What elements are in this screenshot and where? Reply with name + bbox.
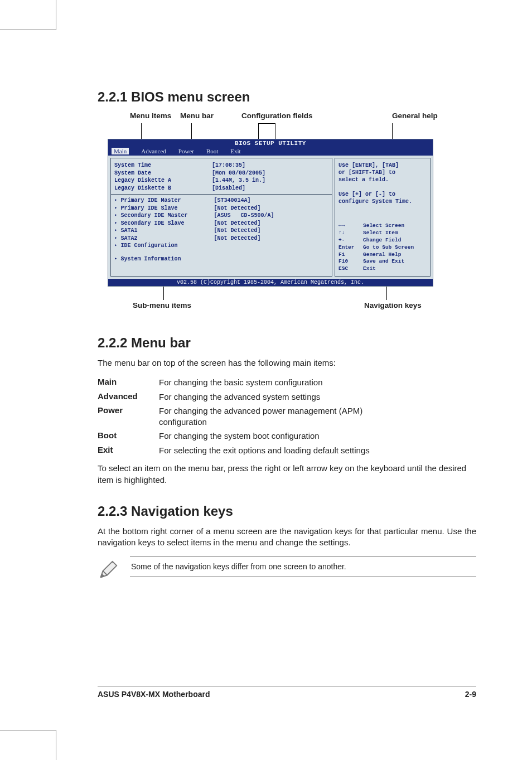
submenu-value: [Not Detected] <box>214 205 260 212</box>
callout-menu-items: Menu items <box>130 112 180 120</box>
bios-menubar: Main Advanced Power Boot Exit <box>108 147 433 156</box>
field-value[interactable]: [1.44M, 3.5 in.] <box>212 177 265 185</box>
callout-submenu-items: Sub-menu items <box>133 301 244 309</box>
bios-screen: BIOS SETUP UTILITY Main Advanced Power B… <box>108 139 433 287</box>
submenu-value: [Not Detected] <box>214 220 260 227</box>
note-box: Some of the navigation keys differ from … <box>98 556 476 583</box>
submenu-value: [Not Detected] <box>214 227 260 235</box>
leader-lines-bottom <box>108 287 476 300</box>
submenu-label[interactable]: System Information <box>120 255 214 263</box>
callout-config-fields: Configuration fields <box>241 112 353 120</box>
bios-nav-keys: ←→Select Screen ↑↓Select Item +-Change F… <box>338 222 427 273</box>
crop-mark <box>56 0 56 30</box>
submenu-value: [Not Detected] <box>214 235 260 243</box>
bios-tab-main[interactable]: Main <box>112 148 129 154</box>
bios-title: BIOS SETUP UTILITY <box>108 139 433 147</box>
field-value[interactable]: [Mon 08/08/2005] <box>212 170 265 177</box>
nav-action: Change Field <box>363 237 401 244</box>
menubar-outro: To select an item on the menu bar, press… <box>98 463 476 486</box>
bios-tab-exit[interactable]: Exit <box>230 148 240 154</box>
submenu-label[interactable]: Secondary IDE Slave <box>120 220 214 227</box>
menu-desc: For changing the advanced power manageme… <box>159 404 393 429</box>
menubar-intro: The menu bar on top of the screen has th… <box>98 357 476 369</box>
submenu-label[interactable]: Secondary IDE Master <box>120 212 214 220</box>
crop-mark <box>56 730 56 760</box>
menu-name: Power <box>98 404 159 429</box>
callout-menu-bar: Menu bar <box>180 112 236 120</box>
nav-action: Select Item <box>363 230 398 237</box>
submenu-value: [ASUS CD-S500/A] <box>214 212 274 220</box>
nav-key: ESC <box>338 265 363 273</box>
submenu-label[interactable]: Primary IDE Slave <box>120 205 214 212</box>
heading-223: 2.2.3 Navigation keys <box>98 504 476 519</box>
field-label: System Date <box>114 170 212 177</box>
submenu-value: [ST340014A] <box>214 197 250 205</box>
note-pencil-icon <box>98 556 121 583</box>
field-label: System Time <box>114 162 212 170</box>
bios-main-panel: System Time[17:08:35] System Date[Mon 08… <box>110 158 332 277</box>
heading-221: 2.2.1 BIOS menu screen <box>98 89 476 105</box>
menu-desc: For selecting the exit options and loadi… <box>159 443 393 458</box>
footer-left: ASUS P4V8X-MX Motherboard <box>98 690 210 699</box>
leader-lines-top <box>108 123 476 139</box>
nav-action: General Help <box>363 251 401 259</box>
nav-action: Exit <box>363 265 376 273</box>
nav-action: Select Screen <box>363 222 404 230</box>
bios-footer: v02.58 (C)Copyright 1985-2004, American … <box>108 279 433 286</box>
menu-name: Advanced <box>98 390 159 404</box>
crop-mark <box>0 30 56 30</box>
field-label: Legacy Diskette B <box>114 185 212 192</box>
menu-desc: For changing the advanced system setting… <box>159 390 393 404</box>
submenu-label[interactable]: SATA2 <box>120 235 214 243</box>
nav-key: ↑↓ <box>338 230 363 237</box>
nav-key: F10 <box>338 258 363 265</box>
callout-general-help: General help <box>392 112 438 120</box>
heading-222: 2.2.2 Menu bar <box>98 335 476 351</box>
bios-tab-power[interactable]: Power <box>178 148 194 154</box>
submenu-label[interactable]: IDE Configuration <box>120 242 214 250</box>
bios-help-text: Use [ENTER], [TAB] or [SHIFT-TAB] to sel… <box>338 162 427 205</box>
nav-key: Enter <box>338 244 363 251</box>
menu-name: Exit <box>98 443 159 458</box>
navkeys-para: At the bottom right corner of a menu scr… <box>98 526 476 549</box>
field-value[interactable]: [17:08:35] <box>212 162 245 170</box>
menu-desc: For changing the system boot configurati… <box>159 429 393 443</box>
menu-name: Main <box>98 375 159 390</box>
field-value[interactable]: [Disabled] <box>212 185 245 192</box>
nav-key: ←→ <box>338 222 363 230</box>
nav-action: Save and Exit <box>363 258 404 265</box>
bios-help-panel: Use [ENTER], [TAB] or [SHIFT-TAB] to sel… <box>335 158 431 277</box>
menubar-table: MainFor changing the basic system config… <box>98 375 393 457</box>
nav-key: +- <box>338 237 363 244</box>
menu-desc: For changing the basic system configurat… <box>159 375 393 390</box>
nav-action: Go to Sub Screen <box>363 244 414 251</box>
nav-key: F1 <box>338 251 363 259</box>
field-label: Legacy Diskette A <box>114 177 212 185</box>
bios-figure: Menu items Menu bar Configuration fields… <box>108 112 476 309</box>
bios-tab-advanced[interactable]: Advanced <box>141 148 166 154</box>
submenu-label[interactable]: SATA1 <box>120 227 214 235</box>
page-footer: ASUS P4V8X-MX Motherboard 2-9 <box>98 686 476 699</box>
footer-right: 2-9 <box>465 690 476 699</box>
callout-nav-keys: Navigation keys <box>364 301 422 309</box>
note-text: Some of the navigation keys differ from … <box>130 556 476 577</box>
menu-name: Boot <box>98 429 159 443</box>
crop-mark <box>0 730 56 730</box>
submenu-label[interactable]: Primary IDE Master <box>120 197 214 205</box>
bios-tab-boot[interactable]: Boot <box>206 148 218 154</box>
